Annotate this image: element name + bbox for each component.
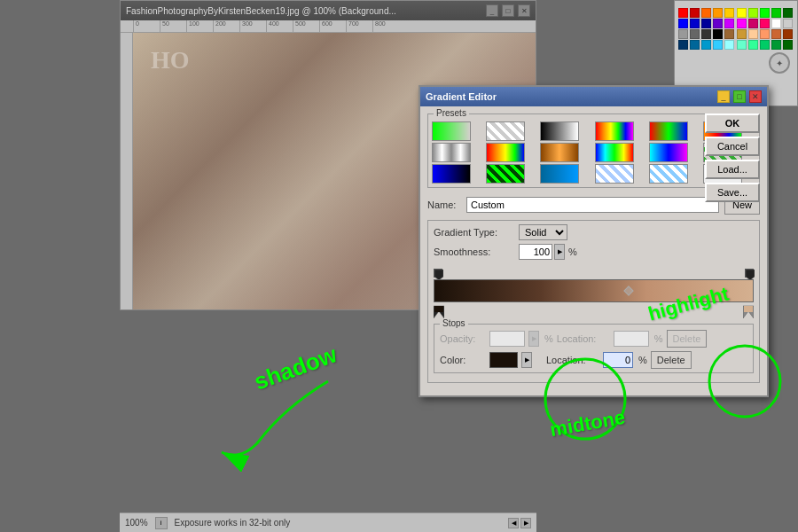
color-swatch-35[interactable] [737,40,747,50]
cancel-button[interactable]: Cancel [705,137,760,156]
color-swatch-20[interactable] [678,29,688,39]
color-swatch-15[interactable] [737,19,747,28]
color-swatch-30[interactable] [678,40,688,50]
preset-item-16[interactable] [649,164,688,184]
dialog-maximize-btn[interactable]: □ [733,90,746,103]
color-swatch-26[interactable] [748,29,758,39]
color-location-input[interactable] [603,352,633,368]
opacity-stop-row: Opacity: ▶ % Location: % Delete [440,330,747,348]
color-swatch-19[interactable] [783,19,793,28]
smoothness-input[interactable] [519,244,552,260]
color-swatch-10[interactable] [678,19,688,28]
color-swatch-32[interactable] [701,40,711,50]
color-swatch-12[interactable] [701,19,711,28]
color-stop-left[interactable] [434,304,444,318]
opacity-loc-pct: % [654,333,663,344]
next-arrow[interactable]: ▶ [520,518,531,528]
color-swatch-31[interactable] [690,40,700,50]
opacity-stepper[interactable]: ▶ [528,331,539,347]
gradient-editor-dialog: Gradient Editor _ □ ✕ Presets Name: New … [419,85,769,397]
preset-item-13[interactable] [486,164,525,184]
color-swatch-0[interactable] [678,8,688,18]
color-label: Color: [440,355,486,365]
color-swatch-16[interactable] [748,19,758,28]
color-swatch-17[interactable] [760,19,770,28]
color-swatch-11[interactable] [690,19,700,28]
gradient-midpoint-marker[interactable] [624,286,634,295]
stops-group: Stops Opacity: ▶ % Location: % Delete Co… [434,324,754,373]
presets-legend: Presets [434,108,469,118]
color-swatch-3[interactable] [713,8,723,18]
dialog-right-buttons: OK Cancel Load... Save... [705,113,760,202]
dialog-title: Gradient Editor [426,91,714,102]
color-swatch-21[interactable] [690,29,700,39]
color-swatch-8[interactable] [771,8,781,18]
color-stop-right[interactable] [743,304,754,318]
name-input[interactable] [466,197,719,213]
opacity-label: Opacity: [440,333,486,344]
preset-item-7[interactable] [486,143,525,162]
preset-item-6[interactable] [432,143,471,162]
preset-item-4[interactable] [649,121,688,141]
color-swatch-5[interactable] [737,8,747,18]
color-swatch-25[interactable] [737,29,747,39]
preset-item-10[interactable] [649,143,688,162]
color-swatch-6[interactable] [748,8,758,18]
color-swatch-28[interactable] [771,29,781,39]
color-swatch-1[interactable] [690,8,700,18]
color-swatch[interactable] [489,352,518,368]
color-swatch-27[interactable] [760,29,770,39]
gradient-type-select[interactable]: Solid Noise [519,224,567,240]
color-swatch-14[interactable] [724,19,734,28]
dialog-minimize-btn[interactable]: _ [717,90,730,103]
dialog-close-btn[interactable]: ✕ [749,90,762,103]
color-swatch-22[interactable] [701,29,711,39]
color-swatch-34[interactable] [724,40,734,50]
color-delete-button[interactable]: Delete [651,351,692,369]
color-swatch-2[interactable] [701,8,711,18]
color-swatch-4[interactable] [724,8,734,18]
color-swatch-13[interactable] [713,19,723,28]
color-swatch-39[interactable] [783,40,793,50]
opacity-location-input[interactable] [614,331,649,347]
svg-rect-3 [434,306,443,312]
color-swatch-38[interactable] [771,40,781,50]
preset-item-15[interactable] [595,164,634,184]
color-swatch-24[interactable] [724,29,734,39]
preset-item-0[interactable] [432,121,471,141]
preset-item-2[interactable] [540,121,579,141]
canvas-statusbar: 100% i Exposure works in 32-bit only ◀ ▶ [120,512,536,532]
smoothness-stepper[interactable]: ▶ [554,244,565,260]
preset-item-3[interactable] [595,121,634,141]
color-swatch-37[interactable] [760,40,770,50]
smoothness-pct: % [568,246,577,257]
save-button[interactable]: Save... [705,183,760,202]
preset-item-14[interactable] [540,164,579,184]
opacity-stop-left[interactable] [434,269,442,278]
dialog-titlebar: Gradient Editor _ □ ✕ [420,87,767,106]
color-swatch-7[interactable] [760,8,770,18]
close-btn[interactable]: ✕ [518,4,530,17]
color-swatch-36[interactable] [748,40,758,50]
minimize-btn[interactable]: _ [486,4,498,17]
color-swatch-33[interactable] [713,40,723,50]
preset-item-8[interactable] [540,143,579,162]
compass-icon[interactable]: ✦ [769,52,790,74]
load-button[interactable]: Load... [705,160,760,179]
opacity-input[interactable] [489,331,525,347]
preset-item-1[interactable] [486,121,525,141]
preset-item-9[interactable] [595,143,634,162]
color-swatch-18[interactable] [771,19,781,28]
color-swatch-23[interactable] [713,29,723,39]
color-swatch-9[interactable] [783,8,793,18]
color-swatch-29[interactable] [783,29,793,39]
status-text: Exposure works in 32-bit only [175,518,501,528]
prev-arrow[interactable]: ◀ [508,518,519,528]
status-arrows: ◀ ▶ [508,518,531,528]
preset-item-12[interactable] [432,164,471,184]
ok-button[interactable]: OK [705,113,760,133]
color-arrow[interactable]: ▶ [521,352,532,368]
opacity-stop-right[interactable] [745,269,754,278]
maximize-btn[interactable]: □ [502,4,514,17]
opacity-delete-button[interactable]: Delete [667,330,708,348]
